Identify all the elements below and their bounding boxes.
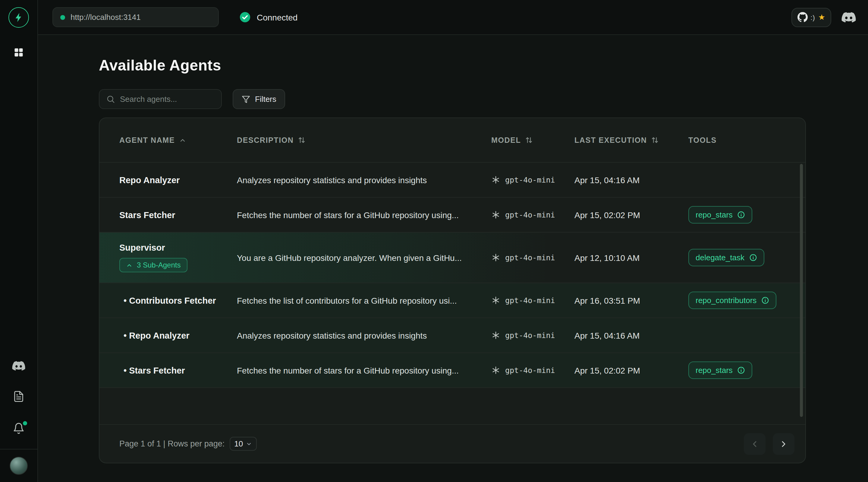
check-circle-icon <box>239 11 251 23</box>
table-row[interactable]: Repo Analyzer Analyzes repository statis… <box>99 163 805 198</box>
tool-name: delegate_task <box>695 253 744 262</box>
column-label: AGENT NAME <box>119 136 175 144</box>
column-label: TOOLS <box>688 136 717 144</box>
tool-badge[interactable]: repo_stars <box>688 361 752 379</box>
openai-icon <box>491 210 500 219</box>
agent-last-execution: Apr 15, 02:02 PM <box>575 365 688 375</box>
openai-icon <box>491 366 500 375</box>
sort-both-icon <box>525 136 533 144</box>
discord-icon <box>841 12 856 23</box>
agent-last-execution: Apr 15, 04:16 AM <box>575 330 688 340</box>
document-icon <box>13 390 25 403</box>
chevron-down-icon <box>246 441 252 447</box>
openai-icon <box>491 253 500 262</box>
table-body: Repo Analyzer Analyzes repository statis… <box>99 163 805 388</box>
column-header-description[interactable]: DESCRIPTION <box>237 136 491 144</box>
agent-model: gpt-4o-mini <box>491 175 575 184</box>
agents-table: AGENT NAME DESCRIPTION MODEL <box>99 118 806 463</box>
table-row[interactable]: Stars Fetcher Fetches the number of star… <box>99 198 805 232</box>
sort-both-icon <box>651 136 659 144</box>
agent-description: Fetches the number of stars for a GitHub… <box>237 365 491 375</box>
openai-icon <box>491 175 500 184</box>
tool-badge[interactable]: repo_stars <box>688 206 752 224</box>
server-url-input[interactable]: http://localhost:3141 <box>53 7 219 27</box>
tool-name: repo_stars <box>695 210 733 219</box>
info-icon <box>738 366 745 374</box>
column-header-last-execution[interactable]: LAST EXECUTION <box>575 136 688 144</box>
column-label: LAST EXECUTION <box>575 136 647 144</box>
column-label: DESCRIPTION <box>237 136 293 144</box>
agent-last-execution: Apr 16, 03:51 PM <box>575 295 688 305</box>
github-smiley-text: :) <box>810 13 815 21</box>
filters-button[interactable]: Filters <box>233 89 285 109</box>
discord-button[interactable] <box>841 12 856 23</box>
rows-per-page-select[interactable]: 10 <box>229 437 257 451</box>
agent-description: Fetches the number of stars for a GitHub… <box>237 210 491 220</box>
column-header-tools: TOOLS <box>688 136 793 144</box>
table-row[interactable]: Stars Fetcher Fetches the number of star… <box>99 353 805 388</box>
agent-name: Repo Analyzer <box>119 175 180 185</box>
connection-status-label: Connected <box>257 12 298 22</box>
tool-badge[interactable]: delegate_task <box>688 249 764 266</box>
sub-agents-count-label: 3 Sub-Agents <box>137 261 181 269</box>
sidebar-item-docs[interactable] <box>13 390 25 403</box>
tool-badge[interactable]: repo_contributors <box>688 292 776 309</box>
sort-both-icon <box>298 136 306 144</box>
model-name: gpt-4o-mini <box>505 296 555 305</box>
notification-badge <box>23 421 27 425</box>
column-label: MODEL <box>491 136 521 144</box>
user-avatar[interactable] <box>10 457 28 475</box>
topbar: http://localhost:3141 Connected :) ★ <box>38 0 868 35</box>
table-scrollbar[interactable] <box>800 164 803 417</box>
chevron-left-icon <box>750 439 760 449</box>
github-star-button[interactable]: :) ★ <box>791 7 831 27</box>
tool-name: repo_stars <box>695 366 733 375</box>
agent-name: Repo Analyzer <box>124 330 190 340</box>
grid-icon <box>13 47 24 58</box>
table-row[interactable]: Repo Analyzer Analyzes repository statis… <box>99 318 805 353</box>
column-header-agent-name[interactable]: AGENT NAME <box>119 136 237 144</box>
sidebar-item-agents[interactable] <box>13 47 24 58</box>
model-name: gpt-4o-mini <box>505 366 555 375</box>
agent-model: gpt-4o-mini <box>491 253 575 262</box>
table-row[interactable]: Contributors Fetcher Fetches the list of… <box>99 283 805 318</box>
page-title: Available Agents <box>99 56 868 74</box>
openai-icon <box>491 331 500 340</box>
pagination-summary: Page 1 of 1 | Rows per page: <box>119 439 224 448</box>
table-footer: Page 1 of 1 | Rows per page: 10 <box>99 424 805 463</box>
table-row[interactable]: Supervisor 3 Sub-Agents You are a GitHub… <box>99 232 805 283</box>
sidebar-bottom <box>0 361 37 475</box>
table-header: AGENT NAME DESCRIPTION MODEL <box>99 118 805 163</box>
github-icon <box>797 12 807 22</box>
info-icon <box>761 296 769 304</box>
sub-agents-toggle[interactable]: 3 Sub-Agents <box>119 258 187 272</box>
next-page-button[interactable] <box>773 433 795 455</box>
lightning-bolt-icon <box>13 12 24 23</box>
search-input[interactable] <box>120 95 210 104</box>
column-header-model[interactable]: MODEL <box>491 136 575 144</box>
sidebar <box>0 0 38 482</box>
sidebar-item-discord[interactable] <box>12 361 25 371</box>
filter-funnel-icon <box>242 95 250 103</box>
agent-model: gpt-4o-mini <box>491 331 575 340</box>
star-icon: ★ <box>818 13 825 21</box>
agent-last-execution: Apr 15, 04:16 AM <box>575 175 688 185</box>
agent-name: Stars Fetcher <box>119 210 175 220</box>
model-name: gpt-4o-mini <box>505 175 555 184</box>
search-icon <box>106 95 115 104</box>
agent-description: Analyzes repository statistics and provi… <box>237 330 491 340</box>
app-logo[interactable] <box>8 7 29 28</box>
agent-model: gpt-4o-mini <box>491 296 575 305</box>
openai-icon <box>491 296 500 305</box>
main-area: Available Agents Filters <box>38 35 868 482</box>
server-url-text: http://localhost:3141 <box>70 13 141 22</box>
agent-description: Fetches the list of contributors for a G… <box>237 295 491 305</box>
filters-label: Filters <box>255 95 276 104</box>
agent-name: Stars Fetcher <box>124 365 185 375</box>
discord-icon <box>12 361 25 371</box>
app-window: http://localhost:3141 Connected :) ★ <box>0 0 868 482</box>
sidebar-divider <box>0 449 37 449</box>
previous-page-button[interactable] <box>744 433 766 455</box>
agent-description: Analyzes repository statistics and provi… <box>237 175 491 185</box>
rows-per-page-value: 10 <box>234 439 243 448</box>
